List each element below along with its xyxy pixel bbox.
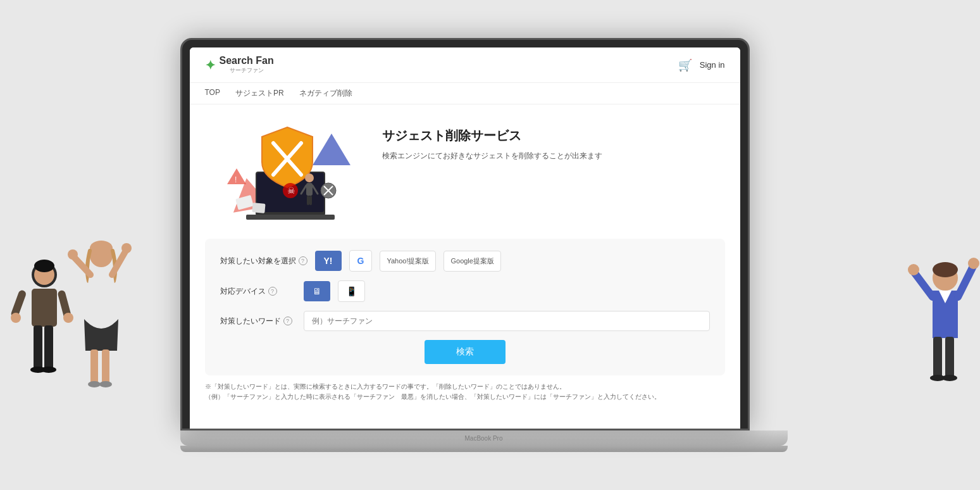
signin-button[interactable]: Sign in [700, 60, 725, 70]
macbook-screen: ✦ Search Fan サーチファン 🛒 Sign in [180, 38, 750, 430]
svg-rect-2 [34, 325, 42, 370]
macbook-label: MacBook Pro [464, 435, 502, 442]
logo-star-icon: ✦ [205, 58, 216, 73]
svg-text:☠: ☠ [287, 185, 295, 196]
svg-point-11 [34, 260, 54, 272]
mobile-button[interactable]: 📱 [338, 280, 365, 302]
target-label-text: 対策したい対象を選択 [220, 256, 296, 267]
word-input[interactable] [304, 311, 710, 331]
right-figure [898, 237, 980, 465]
nav-suggest-pr[interactable]: サジェストPR [235, 88, 284, 99]
header-right: 🛒 Sign in [678, 58, 725, 72]
yahoo-suggest-button[interactable]: Yahoo!提案版 [380, 251, 436, 272]
left-figures [0, 199, 146, 465]
svg-point-16 [88, 381, 101, 387]
macbook-screen-inner: ✦ Search Fan サーチファン 🛒 Sign in [190, 47, 740, 429]
svg-point-52 [908, 264, 919, 275]
target-row: 対策したい対象を選択 ? Y! G Yahoo!提案版 Google提案版 [220, 250, 710, 272]
macbook-base: MacBook Pro [180, 430, 788, 446]
svg-point-20 [68, 249, 78, 260]
footnote-line1: ※「対策したいワード」とは、実際に検索するときに入力するワードの事です。「削除し… [205, 382, 725, 392]
svg-point-21 [121, 243, 132, 253]
nav-negative-delete[interactable]: ネガティブ削除 [299, 88, 352, 99]
svg-rect-15 [102, 349, 109, 384]
main-content: ☠ ! [190, 104, 740, 239]
logo-text-ja: サーチファン [220, 66, 274, 75]
svg-rect-26 [246, 215, 335, 220]
hero-subtitle: 検索エンジンにてお好きなサジェストを削除することが出来ます [382, 151, 725, 161]
cart-icon[interactable]: 🛒 [678, 58, 692, 72]
svg-line-50 [914, 272, 933, 297]
svg-point-49 [942, 375, 957, 381]
page-wrapper: ✦ Search Fan サーチファン 🛒 Sign in [0, 0, 980, 490]
svg-text:!: ! [235, 175, 237, 184]
footnote: ※「対策したいワード」とは、実際に検索するときに入力するワードの事です。「削除し… [190, 375, 740, 408]
logo-area: ✦ Search Fan サーチファン [205, 55, 274, 75]
logo-text-en: Search Fan [220, 55, 274, 66]
search-button[interactable]: 検索 [425, 340, 506, 364]
device-label: 対応デバイス ? [220, 286, 296, 297]
svg-point-45 [933, 262, 958, 277]
svg-point-5 [41, 367, 56, 373]
svg-point-17 [99, 381, 112, 387]
word-row: 対策したいワード ? [220, 311, 710, 331]
svg-rect-36 [309, 196, 312, 205]
svg-rect-47 [945, 337, 954, 378]
svg-rect-3 [44, 325, 53, 370]
nav-bar: TOP サジェストPR ネガティブ削除 [190, 83, 740, 104]
macbook-foot [180, 446, 788, 452]
screen-content: ✦ Search Fan サーチファン 🛒 Sign in [190, 47, 740, 429]
svg-point-31 [305, 173, 314, 182]
macbook-container: ✦ Search Fan サーチファン 🛒 Sign in [180, 38, 800, 452]
svg-rect-32 [306, 183, 313, 196]
hero-text-area: サジェスト削除サービス 検索エンジンにてお好きなサジェストを削除することが出来ま… [382, 115, 725, 229]
device-row: 対応デバイス ? 🖥 📱 [220, 280, 710, 302]
device-help-icon[interactable]: ? [268, 287, 277, 296]
footnote-line2: （例）「サーチファン」と入力した時に表示される「サーチファン 最悪」を消したい場… [205, 392, 725, 402]
hero-image-area: ☠ ! [205, 115, 369, 229]
svg-marker-22 [313, 134, 350, 165]
google-button[interactable]: G [349, 250, 373, 272]
word-label-text: 対策したいワード [220, 316, 281, 327]
form-section: 対策したい対象を選択 ? Y! G Yahoo!提案版 Google提案版 対応… [205, 239, 725, 375]
device-label-text: 対応デバイス [220, 286, 266, 297]
desktop-button[interactable]: 🖥 [304, 281, 330, 301]
logo-text: Search Fan サーチファン [220, 55, 274, 75]
hero-title: サジェスト削除サービス [382, 127, 725, 144]
svg-rect-1 [32, 289, 57, 327]
svg-rect-46 [933, 337, 942, 378]
svg-rect-43 [252, 203, 265, 213]
svg-line-51 [958, 265, 974, 297]
word-help-icon[interactable]: ? [283, 317, 292, 325]
yahoo-button[interactable]: Y! [315, 251, 342, 271]
google-suggest-button[interactable]: Google提案版 [443, 251, 500, 272]
word-label: 対策したいワード ? [220, 316, 296, 327]
target-label: 対策したい対象を選択 ? [220, 256, 307, 267]
svg-point-8 [11, 313, 21, 323]
svg-point-9 [63, 313, 73, 323]
site-header: ✦ Search Fan サーチファン 🛒 Sign in [190, 47, 740, 83]
svg-rect-35 [307, 196, 309, 205]
svg-point-13 [90, 241, 113, 256]
target-help-icon[interactable]: ? [299, 256, 307, 265]
nav-top[interactable]: TOP [205, 88, 220, 99]
svg-rect-14 [90, 349, 98, 384]
svg-point-53 [968, 258, 979, 269]
